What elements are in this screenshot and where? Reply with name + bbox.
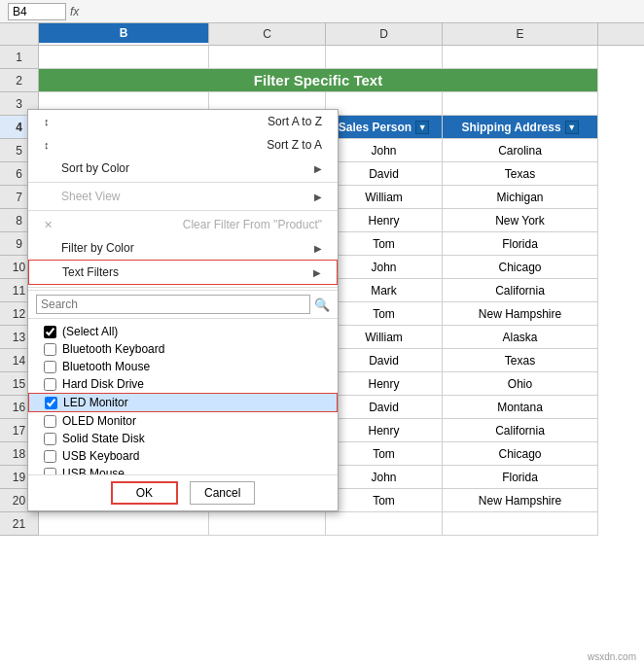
- spreadsheet: fx B C D E 1 2 3 4 5 6 7 8 9 10 11 12 13…: [0, 0, 644, 666]
- col-d-header[interactable]: D: [326, 23, 443, 45]
- cell-d7[interactable]: William: [326, 186, 443, 209]
- cell-d10[interactable]: John: [326, 256, 443, 279]
- cell-d19[interactable]: John: [326, 466, 443, 489]
- cell-d11[interactable]: Mark: [326, 279, 443, 302]
- cell-d3[interactable]: [326, 92, 443, 116]
- cancel-button[interactable]: Cancel: [190, 481, 255, 505]
- name-box[interactable]: [8, 3, 66, 20]
- cell-d5[interactable]: John: [326, 139, 443, 162]
- cell-e9[interactable]: Florida: [443, 232, 598, 256]
- check-usb-keyboard[interactable]: USB Keyboard: [28, 447, 338, 465]
- col-e-header[interactable]: E: [443, 23, 598, 45]
- col-c-header[interactable]: C: [209, 23, 326, 45]
- cell-e7[interactable]: Michigan: [443, 186, 598, 209]
- cell-d15[interactable]: Henry: [326, 372, 443, 396]
- sort-za-menu-item[interactable]: ↕ Sort Z to A: [28, 133, 338, 157]
- check-hard-disk-drive[interactable]: Hard Disk Drive: [28, 375, 338, 393]
- select-all-checkbox[interactable]: [44, 326, 56, 338]
- cell-e15[interactable]: Ohio: [443, 372, 598, 396]
- check-solid-state-disk[interactable]: Solid State Disk: [28, 430, 338, 447]
- cell-e21[interactable]: [443, 512, 598, 536]
- sales-person-header-label: Sales Person: [339, 121, 411, 134]
- cell-d8[interactable]: Henry: [326, 209, 443, 232]
- sheet-view-label: Sheet View: [61, 190, 121, 203]
- cell-e18[interactable]: Chicago: [443, 442, 598, 466]
- cell-e6[interactable]: Texas: [443, 162, 598, 186]
- led-monitor-checkbox[interactable]: [45, 397, 57, 409]
- cell-d16[interactable]: David: [326, 396, 443, 419]
- cell-c1[interactable]: [209, 46, 326, 69]
- header-shipping-address[interactable]: Shipping Address ▼: [443, 116, 598, 139]
- dropdown-footer: OK Cancel: [28, 474, 338, 510]
- sort-color-menu-item[interactable]: Sort by Color ▶: [28, 157, 338, 180]
- sheet-view-arrow-icon: ▶: [314, 192, 322, 202]
- cell-b21[interactable]: [39, 512, 209, 536]
- cell-e19[interactable]: Florida: [443, 466, 598, 489]
- search-input[interactable]: [36, 295, 310, 314]
- sales-person-filter-btn[interactable]: ▼: [415, 121, 429, 134]
- oled-monitor-checkbox[interactable]: [44, 415, 56, 428]
- bluetooth-mouse-checkbox[interactable]: [44, 361, 56, 373]
- clear-filter-menu-item[interactable]: ✕ Clear Filter From "Product": [28, 213, 338, 236]
- search-box: 🔍: [28, 290, 338, 319]
- separator-2: [28, 210, 338, 211]
- cell-d14[interactable]: David: [326, 349, 443, 372]
- check-oled-monitor[interactable]: OLED Monitor: [28, 412, 338, 430]
- bluetooth-mouse-label: Bluetooth Mouse: [62, 360, 150, 373]
- cell-e1[interactable]: [443, 46, 598, 69]
- cell-d17[interactable]: Henry: [326, 419, 443, 442]
- cell-d6[interactable]: David: [326, 162, 443, 186]
- filter-color-arrow-icon: ▶: [314, 243, 322, 254]
- fx-label: fx: [70, 5, 79, 18]
- cell-e11[interactable]: California: [443, 279, 598, 302]
- cell-c21[interactable]: [209, 512, 326, 536]
- text-filters-menu-item[interactable]: Text Filters ▶: [28, 260, 338, 285]
- checklist: (Select All) Bluetooth Keyboard Bluetoot…: [28, 319, 338, 474]
- bluetooth-keyboard-checkbox[interactable]: [44, 343, 56, 356]
- watermark: wsxdn.com: [588, 651, 636, 662]
- sheet-view-menu-item[interactable]: Sheet View ▶: [28, 185, 338, 208]
- sort-az-menu-item[interactable]: ↕ Sort A to Z: [28, 110, 338, 133]
- solid-state-disk-checkbox[interactable]: [44, 433, 56, 445]
- cell-b1[interactable]: [39, 46, 209, 69]
- filter-color-menu-item[interactable]: Filter by Color ▶: [28, 236, 338, 260]
- table-row: [39, 512, 644, 536]
- cell-e14[interactable]: Texas: [443, 349, 598, 372]
- cell-d13[interactable]: William: [326, 326, 443, 349]
- usb-mouse-checkbox[interactable]: [44, 468, 56, 475]
- cell-e17[interactable]: California: [443, 419, 598, 442]
- cell-e20[interactable]: New Hampshire: [443, 489, 598, 512]
- cell-e12[interactable]: New Hampshire: [443, 302, 598, 326]
- usb-keyboard-checkbox[interactable]: [44, 450, 56, 463]
- cell-e13[interactable]: Alaska: [443, 326, 598, 349]
- search-icon: 🔍: [314, 298, 330, 312]
- cell-d12[interactable]: Tom: [326, 302, 443, 326]
- cell-d9[interactable]: Tom: [326, 232, 443, 256]
- cell-e16[interactable]: Montana: [443, 396, 598, 419]
- check-select-all[interactable]: (Select All): [28, 323, 338, 340]
- cell-e8[interactable]: New York: [443, 209, 598, 232]
- check-usb-mouse[interactable]: USB Mouse: [28, 465, 338, 474]
- grid-row-2: Filter Specific Text: [39, 69, 644, 92]
- shipping-address-header-label: Shipping Address: [461, 121, 560, 134]
- separator-1: [28, 182, 338, 183]
- bluetooth-keyboard-label: Bluetooth Keyboard: [62, 342, 164, 356]
- check-led-monitor[interactable]: LED Monitor: [28, 393, 338, 412]
- check-bluetooth-keyboard[interactable]: Bluetooth Keyboard: [28, 340, 338, 358]
- oled-monitor-label: OLED Monitor: [62, 414, 136, 428]
- cell-e5[interactable]: Carolina: [443, 139, 598, 162]
- cell-d21[interactable]: [326, 512, 443, 536]
- col-b-header[interactable]: B: [39, 23, 209, 45]
- ok-button[interactable]: OK: [111, 481, 178, 505]
- cell-e3[interactable]: [443, 92, 598, 116]
- shipping-address-filter-btn[interactable]: ▼: [565, 121, 579, 134]
- cell-d20[interactable]: Tom: [326, 489, 443, 512]
- cell-d1[interactable]: [326, 46, 443, 69]
- check-bluetooth-mouse[interactable]: Bluetooth Mouse: [28, 358, 338, 375]
- header-sales-person[interactable]: Sales Person ▼: [326, 116, 443, 139]
- cell-e10[interactable]: Chicago: [443, 256, 598, 279]
- clear-filter-label: Clear Filter From "Product": [183, 218, 322, 231]
- sort-za-label: Sort Z to A: [267, 138, 322, 152]
- hard-disk-drive-checkbox[interactable]: [44, 378, 56, 391]
- cell-d18[interactable]: Tom: [326, 442, 443, 466]
